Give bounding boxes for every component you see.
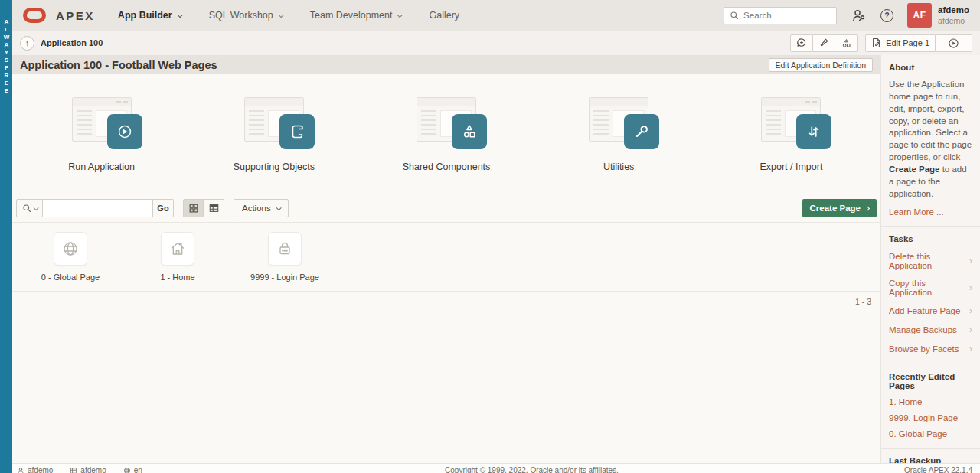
search-icon	[730, 11, 739, 20]
chevron-right-icon: ›	[969, 325, 972, 335]
header-right: ? AF afdemo afdemo	[724, 3, 969, 28]
card-export-import[interactable]: Export / Import	[705, 74, 877, 194]
chevron-right-icon: ›	[969, 282, 972, 293]
nav-card-label: Export / Import	[760, 161, 822, 172]
nav-item-app-builder[interactable]: App Builder	[118, 10, 181, 21]
tasks-title: Tasks	[889, 234, 972, 243]
globe-icon	[123, 467, 131, 473]
task-browse-by-facets[interactable]: Browse by Facets›	[889, 344, 972, 354]
page-card-login[interactable]: 9999 - Login Page	[231, 232, 338, 291]
card-shared-components[interactable]: Shared Components	[360, 74, 532, 194]
always-free-ribbon: ALWAYSFREE	[0, 0, 12, 473]
help-button[interactable]: ?	[880, 9, 893, 22]
icon-view-button[interactable]	[183, 199, 204, 217]
task-manage-backups[interactable]: Manage Backups›	[889, 325, 972, 335]
wrench-icon	[624, 114, 659, 149]
main-region: Application 100 - Football Web Pages Edi…	[12, 55, 880, 463]
page-toolbar: Edit Page 1	[790, 34, 972, 52]
page-card-label: 0 - Global Page	[41, 272, 100, 282]
pages-list: 0 - Global Page 1 - Home 9999 - Login Pa…	[12, 223, 880, 291]
avatar[interactable]: AF	[907, 3, 932, 28]
apex-logo-text: APEX	[56, 9, 95, 22]
copyright: Copyright © 1999, 2022, Oracle and/or it…	[159, 466, 904, 473]
header-search-box[interactable]	[724, 7, 837, 24]
report-toolbar: Go Actions Crea	[12, 194, 880, 223]
page-title: Application 100 - Football Web Pages	[20, 59, 217, 71]
nav-card-label: Run Application	[68, 161, 135, 172]
chevron-down-icon	[33, 205, 38, 210]
import-export-icon	[796, 114, 831, 149]
top-navigation: App Builder SQL Workshop Team Developmen…	[118, 10, 459, 21]
nav-card-label: Utilities	[603, 161, 634, 172]
report-view-button[interactable]	[204, 199, 224, 217]
utility-button-group	[790, 34, 858, 52]
recently-edited-title: Recently Edited Pages	[889, 372, 972, 390]
lock-icon	[276, 240, 294, 258]
actions-button[interactable]: Actions	[234, 199, 289, 217]
chevron-down-icon	[276, 205, 281, 210]
recent-page-global[interactable]: 0. Global Page	[889, 429, 972, 439]
chevron-down-icon	[278, 12, 283, 18]
app-nav-cards: Run Application Supporting Objects	[12, 74, 880, 194]
help-icon: ?	[880, 9, 893, 22]
go-button[interactable]: Go	[153, 199, 174, 217]
page-edit-icon	[871, 38, 881, 48]
breadcrumb-bar: ↑ Application 100	[12, 31, 980, 55]
spotlight-search-button[interactable]	[813, 34, 835, 52]
learn-more-link[interactable]: Learn More ...	[889, 207, 972, 217]
chevron-right-icon: ›	[969, 305, 972, 316]
recent-page-login[interactable]: 9999. Login Page	[889, 413, 972, 422]
nav-item-team-development[interactable]: Team Development	[310, 10, 402, 21]
about-title: About	[889, 63, 972, 72]
feedback-button[interactable]	[790, 34, 813, 52]
search-scope-button[interactable]	[16, 199, 43, 217]
page-search-input[interactable]	[43, 199, 153, 217]
apex-version: Oracle APEX 22.1.4	[904, 466, 972, 473]
edit-application-definition-button[interactable]: Edit Application Definition	[769, 58, 874, 72]
create-page-button[interactable]: Create Page	[802, 199, 877, 217]
run-application-button[interactable]	[936, 34, 972, 52]
nav-item-gallery[interactable]: Gallery	[429, 10, 459, 21]
edit-page-button[interactable]: Edit Page 1	[865, 34, 936, 52]
apex-logo[interactable]: APEX	[23, 8, 95, 23]
play-icon	[107, 114, 142, 149]
nav-item-sql-workshop[interactable]: SQL Workshop	[209, 10, 283, 21]
task-copy-application[interactable]: Copy this Application›	[889, 279, 972, 297]
page-card-home[interactable]: 1 - Home	[124, 232, 231, 291]
task-delete-application[interactable]: Delete this Application›	[889, 252, 972, 270]
main-column: APEX App Builder SQL Workshop Team Devel…	[12, 0, 980, 473]
search-input[interactable]	[743, 11, 831, 20]
card-run-application[interactable]: Run Application	[15, 74, 188, 194]
home-icon	[168, 240, 187, 258]
recent-page-home[interactable]: 1. Home	[889, 397, 972, 406]
card-utilities[interactable]: Utilities	[533, 74, 705, 194]
pagination: 1 - 3	[12, 291, 880, 311]
nav-card-label: Supporting Objects	[234, 161, 315, 172]
always-free-label: ALWAYSFREE	[0, 18, 12, 473]
app-home-button[interactable]: ↑	[20, 36, 34, 51]
nav-card-label: Shared Components	[403, 161, 491, 172]
table-view-icon	[208, 203, 220, 214]
admin-button[interactable]	[851, 8, 866, 23]
shared-objects-button[interactable]	[835, 34, 858, 52]
chevron-right-icon	[864, 205, 870, 210]
footer-language: en	[123, 466, 142, 473]
edit-page-label: Edit Page 1	[886, 38, 929, 47]
breadcrumb[interactable]: Application 100	[41, 38, 103, 47]
chevron-right-icon: ›	[969, 256, 972, 266]
task-add-feature-page[interactable]: Add Feature Page›	[889, 305, 972, 316]
page-card-label: 9999 - Login Page	[250, 272, 319, 282]
footer-user: afdemo	[17, 466, 53, 473]
right-sidebar: About Use the Application home page to r…	[880, 55, 980, 463]
apex-app-builder-page: ALWAYSFREE APEX App Builder SQL Workshop…	[0, 0, 980, 473]
page-card-label: 1 - Home	[160, 272, 194, 282]
title-bar: Application 100 - Football Web Pages Edi…	[12, 55, 880, 74]
user-name: afdemo	[938, 5, 969, 15]
card-supporting-objects[interactable]: Supporting Objects	[188, 74, 360, 194]
pagination-label: 1 - 3	[855, 297, 871, 306]
arrow-up-icon: ↑	[25, 38, 30, 47]
user-info: afdemo afdemo	[938, 5, 969, 26]
page-card-global[interactable]: 0 - Global Page	[17, 232, 124, 291]
comment-plus-icon	[796, 38, 807, 48]
footer-schema: afdemo	[70, 466, 106, 473]
